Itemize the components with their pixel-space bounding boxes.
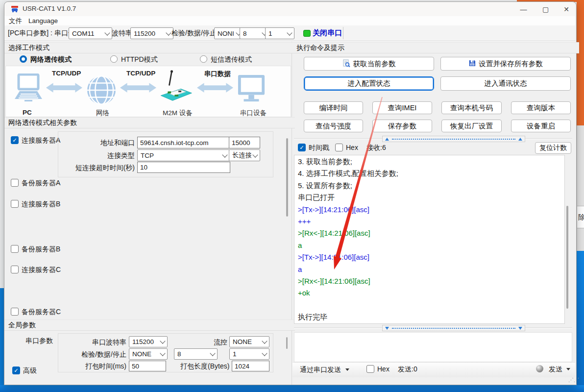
factory-reset-button[interactable]: 恢复出厂设置	[441, 120, 502, 132]
close-serial-button[interactable]: 关闭串口	[313, 27, 342, 38]
checkbox-advanced[interactable]	[12, 367, 20, 374]
splitter-dots	[392, 328, 515, 329]
device-restart-button[interactable]: 设备重启	[511, 120, 571, 132]
save-params-label: 保存参数	[388, 122, 416, 131]
connect-server-c-label[interactable]: 连接服务器C	[22, 264, 61, 275]
parity-select[interactable]: NONI	[214, 27, 243, 39]
radio-sms-mode[interactable]	[200, 55, 207, 63]
splitter-dots	[392, 139, 515, 140]
left-panel-scrollbar[interactable]	[286, 138, 288, 217]
save-params-button[interactable]: 保存参数	[372, 120, 432, 132]
backup-server-a-label[interactable]: 备份服务器A	[22, 177, 60, 188]
backdrop-taskbar	[0, 385, 584, 392]
checkbox-backup-server-c[interactable]	[11, 308, 19, 316]
enter-config-button[interactable]: 进入配置状态	[304, 76, 434, 91]
backup-server-b-label[interactable]: 备份服务器B	[22, 244, 60, 254]
maximize-icon: ▢	[542, 5, 549, 13]
menu-language[interactable]: Language	[28, 16, 58, 25]
serial-params-group-label: 串口参数	[25, 335, 53, 346]
enter-comm-button[interactable]: 进入通讯状态	[440, 76, 571, 91]
reset-count-button[interactable]: 复位计数	[535, 142, 571, 154]
checkbox-timestamp[interactable]	[298, 144, 306, 151]
splitter-handle-top[interactable]	[382, 136, 525, 142]
bottom-panel-scrollbar[interactable]	[286, 337, 288, 349]
log-output[interactable]: 3. 获取当前参数; 4. 选择工作模式,配置相关参数; 5. 设置所有参数; …	[294, 155, 565, 324]
checkbox-recv-hex[interactable]	[335, 144, 343, 151]
flow-select[interactable]: NONE	[229, 336, 269, 347]
checkbox-send-hex[interactable]	[366, 365, 374, 373]
short-conn-timeout-input[interactable]: 10	[137, 162, 230, 173]
com-port-select[interactable]: COM11	[69, 27, 112, 39]
g-parity-label: 检验/数据/停止	[73, 349, 126, 360]
checkbox-connect-server-c[interactable]	[11, 266, 19, 273]
send-via-serial-dropdown[interactable]: 通过串口发送	[300, 364, 341, 375]
send-button[interactable]: 发送	[549, 364, 562, 374]
chevron-down-icon	[166, 30, 171, 35]
send-caret-icon[interactable]	[566, 368, 570, 370]
send-sphere-icon	[536, 365, 543, 372]
baud-select[interactable]: 115200	[130, 27, 173, 39]
pack-time-input[interactable]: 50	[129, 361, 166, 371]
conn-mode-select[interactable]: 长连接	[229, 149, 260, 161]
g-parity-select[interactable]: NONE	[129, 348, 168, 360]
com-port-value: COM11	[72, 30, 95, 37]
checkbox-backup-server-b[interactable]	[11, 245, 19, 253]
radio-net-transparent-label[interactable]: 网络透传模式	[30, 54, 72, 65]
radio-sms-label[interactable]: 短信透传模式	[211, 54, 252, 65]
server-port-input[interactable]: 15000	[229, 137, 260, 148]
log-line: >[Rx<-][14:21:06][asc]	[298, 229, 561, 241]
compile-time-button[interactable]: 编译时间	[304, 101, 363, 114]
advanced-label[interactable]: 高级	[23, 365, 37, 376]
g-baud-select[interactable]: 115200	[129, 336, 168, 347]
addr-port-label: 地址和端口	[73, 137, 135, 148]
recv-hex-label[interactable]: Hex	[346, 142, 358, 153]
minimize-button[interactable]: —	[512, 2, 535, 16]
maximize-button[interactable]: ▢	[535, 2, 557, 16]
connect-server-a-label[interactable]: 连接服务器A	[22, 135, 60, 146]
backdrop-desktop-right	[577, 251, 584, 385]
dropdown-caret-icon[interactable]	[345, 368, 349, 371]
backup-server-c-label[interactable]: 备份服务器C	[22, 306, 61, 317]
stopbits-select[interactable]: 1	[265, 27, 294, 39]
log-scrollbar[interactable]	[566, 206, 568, 309]
checkbox-connect-server-a[interactable]	[11, 136, 19, 144]
timestamp-label[interactable]: 时间戳	[309, 142, 329, 153]
conn-type-select[interactable]: TCP	[137, 149, 230, 161]
checkbox-backup-server-a[interactable]	[11, 179, 19, 187]
double-arrow-icon	[119, 82, 157, 95]
get-params-button[interactable]: 获取当前参数	[304, 57, 434, 71]
device-restart-label: 设备重启	[527, 122, 555, 131]
backdrop-orange-right	[577, 0, 584, 125]
radio-httpd-label[interactable]: HTTPD模式	[121, 54, 158, 65]
pack-len-input[interactable]: 1024	[232, 361, 269, 371]
send-input[interactable]	[294, 332, 572, 362]
server-address-input[interactable]: 59614.cnsh.iot-tcp.com	[137, 137, 230, 148]
chevron-down-icon	[287, 30, 292, 35]
resize-grip[interactable]: ⋰⋰	[568, 377, 579, 383]
radio-httpd-mode[interactable]	[110, 55, 118, 63]
floppy-icon	[468, 59, 476, 68]
log-line	[298, 301, 561, 313]
window-title: USR-CAT1 V1.0.7	[23, 1, 76, 16]
connect-server-b-label[interactable]: 连接服务器B	[22, 198, 60, 209]
query-version-button[interactable]: 查询版本	[511, 101, 571, 114]
query-imei-button[interactable]: 查询IMEI	[372, 101, 432, 114]
send-hex-label[interactable]: Hex	[377, 364, 389, 374]
checkbox-connect-server-b[interactable]	[11, 200, 19, 208]
chevron-down-icon	[104, 30, 110, 35]
query-signal-label: 查信号强度	[316, 122, 351, 131]
close-button[interactable]: ✕	[557, 2, 576, 16]
query-signal-button[interactable]: 查信号强度	[304, 120, 363, 132]
splitter-handle-bottom[interactable]	[382, 325, 525, 331]
menu-file[interactable]: 文件	[9, 16, 22, 25]
g-databits-select[interactable]: 8	[174, 348, 218, 360]
monitor-icon	[237, 74, 266, 105]
g-stopbits-select[interactable]: 1	[229, 348, 269, 360]
serial-params-label: [PC串口参数] : 串口号	[8, 27, 75, 38]
set-save-params-button[interactable]: 设置并保存所有参数	[440, 57, 571, 71]
radio-net-transparent-mode[interactable]	[20, 55, 27, 63]
panel-divider	[292, 42, 292, 385]
chevron-down-icon	[252, 152, 258, 157]
doc-search-icon	[342, 59, 350, 69]
query-phone-button[interactable]: 查询本机号码	[441, 101, 502, 114]
